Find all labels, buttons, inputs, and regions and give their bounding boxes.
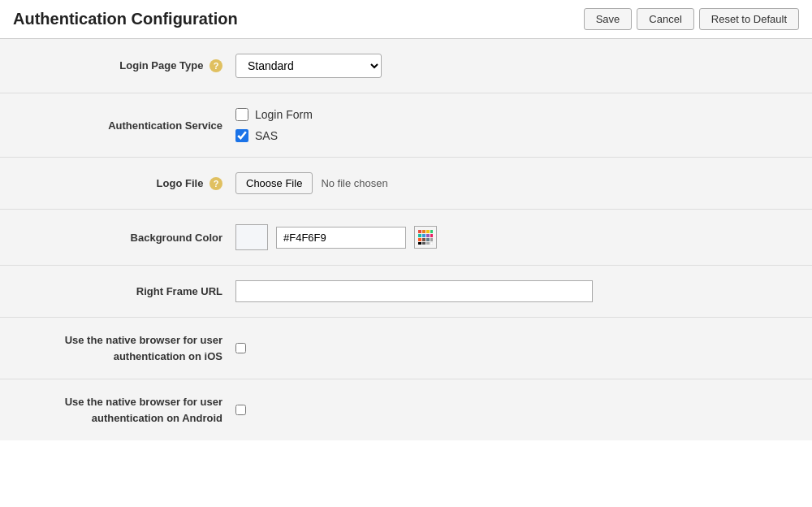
native-browser-android-control [235,405,788,415]
sas-label: SAS [255,129,278,142]
svg-rect-5 [422,234,425,237]
no-file-text: No file chosen [321,177,387,189]
authentication-checkboxes: Login Form SAS [235,108,313,142]
svg-rect-11 [430,238,433,241]
native-browser-ios-label: Use the native browser for user authenti… [24,332,235,364]
login-form-label: Login Form [255,108,313,121]
native-browser-ios-checkbox[interactable] [235,343,246,353]
svg-rect-2 [426,230,430,233]
logo-file-control: Choose File No file chosen [235,172,788,194]
choose-file-button[interactable]: Choose File [235,172,313,194]
svg-rect-15 [430,242,433,245]
cancel-button[interactable]: Cancel [637,8,693,30]
reset-to-default-button[interactable]: Reset to Default [699,8,799,30]
svg-rect-1 [422,230,425,233]
login-form-checkbox[interactable] [235,108,248,121]
login-form-checkbox-item: Login Form [235,108,313,121]
login-page-type-row: Login Page Type ? Standard Custom [0,39,812,93]
svg-rect-9 [422,238,425,241]
svg-rect-12 [418,242,421,245]
native-browser-android-label: Use the native browser for user authenti… [24,394,235,426]
login-page-type-select[interactable]: Standard Custom [235,54,382,78]
svg-rect-0 [418,230,421,233]
logo-file-row: Logo File ? Choose File No file chosen [0,158,812,210]
logo-file-label: Logo File ? [24,177,235,190]
sas-checkbox-item: SAS [235,129,313,142]
svg-rect-6 [426,234,430,237]
native-browser-android-row: Use the native browser for user authenti… [0,379,812,440]
save-button[interactable]: Save [584,8,633,30]
background-color-row: Background Color [0,210,812,266]
native-browser-android-checkbox[interactable] [235,405,246,415]
color-picker-icon[interactable] [414,226,437,249]
page-container: Authentication Configuration Save Cancel… [0,0,812,507]
header: Authentication Configuration Save Cancel… [0,0,812,39]
right-frame-url-input[interactable] [235,280,593,302]
svg-rect-3 [430,230,433,233]
right-frame-url-label: Right Frame URL [24,285,235,297]
authentication-service-row: Authentication Service Login Form SAS [0,93,812,158]
right-frame-url-row: Right Frame URL [0,266,812,318]
sas-checkbox[interactable] [235,129,248,142]
color-preview-swatch[interactable] [235,224,268,250]
svg-rect-13 [422,242,425,245]
svg-rect-7 [430,234,433,237]
svg-rect-8 [418,238,421,241]
background-color-label: Background Color [24,232,235,244]
native-browser-ios-row: Use the native browser for user authenti… [0,318,812,379]
svg-rect-14 [426,242,430,245]
page-title: Authentication Configuration [13,10,238,28]
form-content: Login Page Type ? Standard Custom Authen… [0,39,812,440]
authentication-service-control: Login Form SAS [235,108,788,142]
native-browser-ios-control [235,343,788,353]
login-page-type-label: Login Page Type ? [24,59,235,72]
svg-rect-10 [426,238,430,241]
header-buttons: Save Cancel Reset to Default [584,8,799,30]
logo-file-info-icon[interactable]: ? [209,177,222,190]
background-color-control [235,224,788,250]
svg-rect-4 [418,234,421,237]
color-text-input[interactable] [276,227,406,249]
right-frame-url-control [235,280,788,302]
login-page-type-control: Standard Custom [235,54,788,78]
authentication-service-label: Authentication Service [24,119,235,132]
login-page-type-info-icon[interactable]: ? [209,59,222,72]
